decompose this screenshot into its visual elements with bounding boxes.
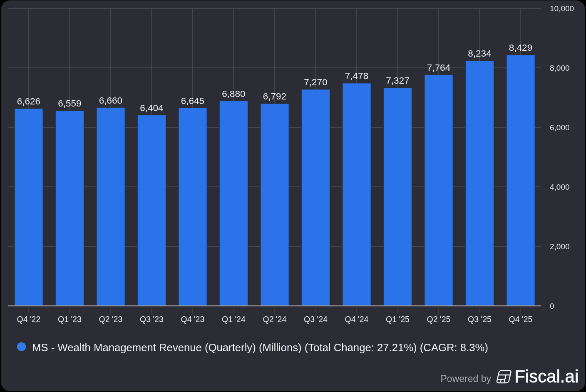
svg-text:8,000: 8,000 <box>550 64 570 72</box>
svg-text:6,559: 6,559 <box>58 98 81 109</box>
svg-text:Fiscal.ai: Fiscal.ai <box>514 367 579 386</box>
svg-text:6,792: 6,792 <box>263 91 286 102</box>
svg-text:Q3 '23: Q3 '23 <box>140 315 164 324</box>
svg-text:6,645: 6,645 <box>181 96 204 106</box>
svg-text:Q3 '25: Q3 '25 <box>468 315 492 324</box>
svg-text:6,000: 6,000 <box>550 123 570 132</box>
svg-text:8,429: 8,429 <box>509 42 532 53</box>
svg-text:Q4 '23: Q4 '23 <box>181 315 204 324</box>
svg-text:8,234: 8,234 <box>468 48 491 59</box>
svg-text:Q4 '25: Q4 '25 <box>509 315 533 324</box>
svg-text:6,660: 6,660 <box>99 95 122 106</box>
svg-text:6,404: 6,404 <box>140 103 163 113</box>
svg-text:7,478: 7,478 <box>345 71 368 81</box>
svg-text:7,327: 7,327 <box>386 75 409 86</box>
svg-text:6,626: 6,626 <box>17 96 40 107</box>
svg-text:Q4 '24: Q4 '24 <box>345 315 369 324</box>
svg-text:Q3 '24: Q3 '24 <box>304 315 328 324</box>
svg-text:MS - Wealth Management Revenue: MS - Wealth Management Revenue (Quarterl… <box>32 342 488 353</box>
svg-text:Q1 '24: Q1 '24 <box>222 315 246 324</box>
svg-text:Q2 '24: Q2 '24 <box>263 315 286 324</box>
svg-text:0: 0 <box>550 302 554 310</box>
svg-text:4,000: 4,000 <box>550 183 570 191</box>
svg-text:Q1 '23: Q1 '23 <box>58 315 82 324</box>
svg-text:7,764: 7,764 <box>427 62 450 73</box>
svg-text:Q1 '25: Q1 '25 <box>386 315 410 324</box>
svg-text:10,000: 10,000 <box>550 4 574 13</box>
svg-text:2,000: 2,000 <box>550 242 570 251</box>
svg-text:7,270: 7,270 <box>304 77 327 87</box>
svg-text:Powered by: Powered by <box>441 373 492 384</box>
svg-text:Q2 '25: Q2 '25 <box>427 315 451 324</box>
svg-text:Q4 '22: Q4 '22 <box>17 315 40 324</box>
svg-text:6,880: 6,880 <box>222 89 245 99</box>
svg-text:Q2 '23: Q2 '23 <box>99 315 122 324</box>
